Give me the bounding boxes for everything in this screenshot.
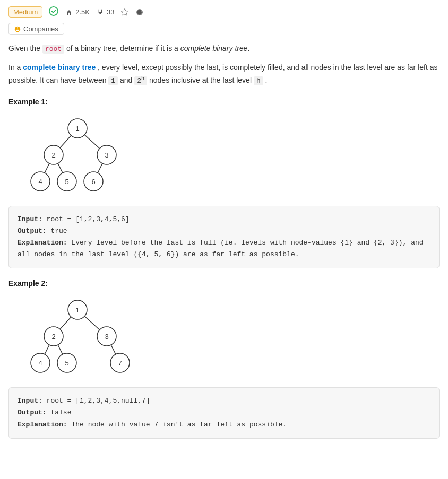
companies-button[interactable]: Companies: [8, 23, 64, 35]
example2-title: Example 2:: [8, 279, 440, 288]
tree2-node5: 5: [57, 353, 76, 372]
top-bar: Medium 2.5K 33: [8, 6, 440, 18]
explanation-keyword: Explanation:: [18, 239, 71, 247]
example1-input-line: Input: root = [1,2,3,4,5,6]: [18, 214, 430, 225]
output-keyword2: Output:: [18, 408, 50, 416]
downvote-button[interactable]: 33: [96, 8, 114, 16]
example1-input-value: root = [1,2,3,4,5,6]: [47, 215, 130, 223]
example2-explanation-text: The node with value 7 isn't as far left …: [71, 421, 287, 429]
example2-explanation-line: Explanation: The node with value 7 isn't…: [18, 419, 430, 431]
def-period: .: [265, 76, 268, 84]
explanation-keyword2: Explanation:: [18, 421, 71, 429]
svg-text:4: 4: [38, 178, 42, 186]
svg-text:3: 3: [105, 151, 108, 159]
svg-text:5: 5: [65, 178, 68, 186]
tree1-node2: 2: [44, 145, 63, 164]
svg-text:7: 7: [118, 359, 122, 367]
example2-code-block: Input: root = [1,2,3,4,5,null,7] Output:…: [8, 387, 440, 438]
svg-point-0: [49, 7, 58, 15]
intro-text2: of a binary tree, determine if it is a c…: [66, 44, 250, 53]
example1-explanation-line: Explanation: Every level before the last…: [18, 237, 430, 260]
example1-tree: 1 2 3 4 5: [8, 112, 440, 197]
tree2-node4: 4: [31, 353, 50, 372]
def-code-1: 1: [108, 76, 118, 85]
tree2-svg: 1 2 3 4 5: [19, 294, 136, 379]
svg-text:5: 5: [65, 359, 68, 367]
output-keyword: Output:: [18, 227, 50, 235]
example2-tree: 1 2 3 4 5: [8, 294, 440, 379]
tree2-node7: 7: [110, 353, 130, 372]
tree1-node3: 3: [97, 145, 116, 164]
example1-section: Example 1: 1 2 3: [8, 98, 440, 268]
difficulty-badge[interactable]: Medium: [8, 6, 42, 18]
upvote-button[interactable]: 2.5K: [65, 8, 90, 16]
tree1-node5: 5: [57, 172, 76, 191]
tree1-node6: 6: [84, 172, 103, 191]
svg-text:4: 4: [38, 359, 42, 367]
tree1-svg: 1 2 3 4 5: [19, 112, 136, 197]
tree2-node1: 1: [68, 300, 87, 319]
example2-input-value: root = [1,2,3,4,5,null,7]: [47, 397, 150, 405]
companies-label: Companies: [23, 25, 58, 33]
svg-text:1: 1: [75, 125, 79, 133]
example1-output-value: true: [50, 227, 67, 235]
svg-text:3: 3: [105, 333, 108, 341]
example2-section: Example 2: 1 2 3: [8, 279, 440, 438]
svg-text:1: 1: [75, 306, 79, 314]
intro-text: Given the: [8, 44, 42, 53]
def-end-text: nodes inclusive at the last level: [149, 76, 254, 84]
svg-text:2: 2: [51, 333, 55, 341]
input-keyword2: Input:: [18, 397, 47, 405]
example1-title: Example 1:: [8, 98, 440, 106]
upvote-count: 2.5K: [75, 8, 90, 16]
def-code-2: 2h: [134, 76, 147, 85]
example2-input-line: Input: root = [1,2,3,4,5,null,7]: [18, 395, 430, 407]
definition-block: In a complete binary tree , every level,…: [8, 62, 440, 87]
def-and: and: [120, 76, 134, 84]
example2-output-line: Output: false: [18, 407, 430, 419]
star-button[interactable]: [120, 8, 129, 16]
svg-text:2: 2: [51, 151, 55, 159]
tree1-node4: 4: [31, 172, 50, 191]
tree1-node1: 1: [68, 119, 87, 138]
check-icon: [49, 6, 58, 18]
svg-text:6: 6: [91, 178, 95, 186]
complete-binary-tree-link[interactable]: complete binary tree: [23, 63, 96, 72]
example2-output-value: false: [50, 408, 71, 416]
downvote-count: 33: [107, 8, 114, 16]
def-code-2-wrap: 2h: [134, 76, 149, 84]
example1-explanation-text: Every level before the last is full (ie.…: [18, 239, 424, 258]
def-prefix: In a: [8, 63, 23, 72]
tree2-node2: 2: [44, 327, 63, 346]
refresh-button[interactable]: [135, 8, 144, 16]
problem-description: Given the root of a binary tree, determi…: [8, 42, 440, 55]
input-keyword: Input:: [18, 215, 47, 223]
example1-output-line: Output: true: [18, 225, 430, 237]
def-h: h: [254, 76, 263, 85]
example1-code-block: Input: root = [1,2,3,4,5,6] Output: true…: [8, 206, 440, 268]
root-code: root: [42, 45, 64, 54]
tree2-node3: 3: [97, 327, 116, 346]
